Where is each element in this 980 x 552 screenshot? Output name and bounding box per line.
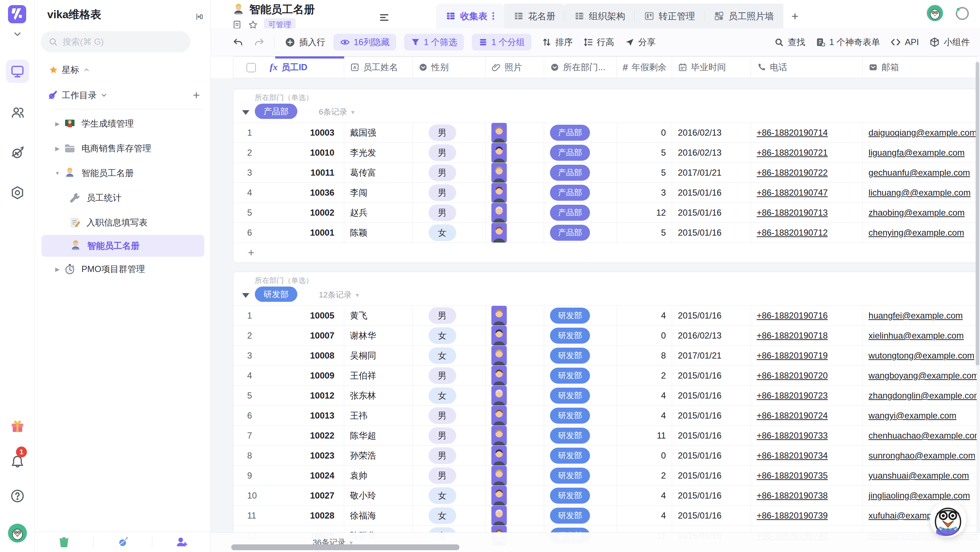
- group-collapse-icon[interactable]: [242, 293, 249, 298]
- workspace-switch-chevron-down-icon[interactable]: [12, 29, 22, 39]
- graduation-date-cell[interactable]: 2016/02/13: [678, 148, 722, 158]
- phone-link[interactable]: +86-18820190719: [757, 351, 828, 361]
- phone-link[interactable]: +86-18820190747: [757, 188, 828, 198]
- gender-pill[interactable]: 男: [429, 184, 456, 201]
- email-link[interactable]: xielinhua@example.com: [869, 330, 964, 341]
- horizontal-scrollbar[interactable]: [231, 544, 460, 550]
- annual-leave-cell[interactable]: 5: [661, 148, 666, 158]
- employee-photo[interactable]: [492, 466, 507, 485]
- phone-link[interactable]: +86-18820190713: [757, 207, 828, 218]
- annual-leave-cell[interactable]: 8: [661, 351, 666, 361]
- mascot-helper-button[interactable]: [929, 500, 967, 538]
- graduation-date-cell[interactable]: 2015/01/16: [678, 207, 722, 218]
- graduation-date-cell[interactable]: 2015/01/16: [678, 491, 722, 501]
- widget-button[interactable]: 小组件: [929, 37, 970, 48]
- employee-photo[interactable]: [492, 143, 507, 163]
- email-link[interactable]: wangboyang@example.com: [869, 370, 977, 381]
- employee-photo[interactable]: [492, 223, 507, 242]
- employee-photo[interactable]: [492, 203, 507, 223]
- column-header-name[interactable]: A 员工姓名: [344, 57, 412, 78]
- annual-leave-cell[interactable]: 4: [661, 391, 666, 401]
- department-pill[interactable]: 研发部: [550, 328, 590, 344]
- annual-leave-cell[interactable]: 11: [657, 431, 666, 441]
- gender-pill[interactable]: 女: [429, 327, 456, 344]
- employee-name-cell[interactable]: 赵兵: [350, 207, 368, 219]
- vika-logo[interactable]: [8, 5, 26, 23]
- gender-pill[interactable]: 男: [429, 144, 456, 161]
- starred-section[interactable]: 星标: [49, 64, 90, 76]
- employee-photo[interactable]: [492, 306, 507, 325]
- graduation-date-cell[interactable]: 2015/01/16: [678, 311, 722, 321]
- department-pill[interactable]: 产品部: [550, 185, 590, 201]
- gender-pill[interactable]: 女: [429, 487, 456, 504]
- email-link[interactable]: liguangfa@example.com: [869, 148, 965, 158]
- annual-leave-cell[interactable]: 12: [656, 207, 666, 218]
- email-link[interactable]: chenying@example.com: [869, 228, 964, 238]
- share-button[interactable]: 分享: [625, 37, 656, 48]
- annual-leave-cell[interactable]: 0: [661, 128, 666, 138]
- department-pill[interactable]: 产品部: [550, 165, 590, 181]
- user-avatar[interactable]: [8, 523, 27, 542]
- table-row[interactable]: 5 10002 赵兵 男 产品部 12 2015/01/16 +86-18820…: [233, 203, 977, 223]
- graduation-date-cell[interactable]: 2016/02/13: [678, 330, 722, 341]
- sidebar-item-student-grades[interactable]: ▶ 学生成绩管理: [35, 111, 211, 136]
- gender-pill[interactable]: 男: [429, 467, 456, 484]
- directory-section[interactable]: 工作目录 +: [47, 88, 200, 102]
- employee-name-cell[interactable]: 谢林华: [350, 330, 376, 341]
- employee-id-cell[interactable]: 10009: [310, 370, 334, 381]
- contacts-icon[interactable]: [6, 101, 29, 124]
- column-header-phone[interactable]: 电话: [751, 57, 863, 78]
- graduation-date-cell[interactable]: 2015/01/16: [678, 370, 722, 381]
- sync-status-icon[interactable]: [954, 6, 970, 22]
- phone-link[interactable]: +86-18820190714: [757, 128, 828, 138]
- annual-leave-cell[interactable]: 4: [661, 311, 666, 321]
- email-link[interactable]: gechuanfu@example.com: [869, 168, 970, 178]
- table-row[interactable]: 4 10036 李闯 男 产品部 3 2015/01/16 +86-188201…: [233, 183, 977, 203]
- department-pill[interactable]: 研发部: [550, 428, 590, 444]
- collapse-sidebar-icon[interactable]: [192, 10, 207, 24]
- sort-button[interactable]: 排序: [542, 37, 573, 48]
- table-row[interactable]: 1 10003 戴国强 男 产品部 0 2016/02/13 +86-18820…: [233, 123, 977, 143]
- email-link[interactable]: zhaobing@example.com: [869, 207, 965, 218]
- sidebar-item-onboarding-form[interactable]: 入职信息填写表: [35, 210, 211, 235]
- column-header-email[interactable]: 邮箱: [862, 57, 977, 78]
- employee-photo[interactable]: [492, 446, 507, 466]
- email-link[interactable]: wutongtong@example.com: [869, 351, 974, 361]
- gender-pill[interactable]: 女: [429, 507, 456, 524]
- collaborator-avatar[interactable]: [926, 4, 943, 22]
- tab-roster[interactable]: 花名册: [504, 4, 565, 29]
- gender-pill[interactable]: 男: [429, 447, 456, 464]
- add-view-button[interactable]: +: [783, 4, 807, 29]
- employee-name-cell[interactable]: 吴桐同: [350, 350, 376, 361]
- hex-nut-icon[interactable]: [6, 181, 29, 204]
- template-planet-icon[interactable]: [6, 141, 29, 164]
- group-header[interactable]: 所在部门（单选） 产品部 6条记录▼: [233, 89, 977, 123]
- email-link[interactable]: daiguoqiang@example.com: [869, 128, 977, 138]
- department-pill[interactable]: 研发部: [550, 388, 590, 404]
- annual-leave-cell[interactable]: 3: [661, 188, 666, 198]
- table-row[interactable]: 3 10011 葛传富 男 产品部 5 2017/01/21 +86-18820…: [233, 163, 977, 183]
- help-icon[interactable]: [6, 484, 29, 507]
- phone-link[interactable]: +86-18820190735: [757, 471, 828, 481]
- tab-collect-view[interactable]: 收集表: [436, 4, 504, 29]
- sidebar-item-ecommerce-inventory[interactable]: ▶ 电商销售库存管理: [35, 136, 211, 161]
- employee-name-cell[interactable]: 戴国强: [350, 127, 376, 139]
- gender-pill[interactable]: 女: [429, 224, 456, 241]
- annual-leave-cell[interactable]: 4: [661, 410, 666, 421]
- graduation-date-cell[interactable]: 2015/01/16: [678, 511, 722, 521]
- employee-id-cell[interactable]: 10013: [310, 410, 334, 421]
- department-pill[interactable]: 产品部: [550, 145, 590, 161]
- department-pill[interactable]: 研发部: [550, 488, 590, 504]
- employee-name-cell[interactable]: 袁帅: [350, 470, 368, 482]
- phone-link[interactable]: +86-18820190716: [757, 311, 828, 321]
- employee-photo[interactable]: [492, 486, 507, 506]
- sidebar-item-smart-roster-folder[interactable]: ▼ 智能员工名册: [35, 161, 211, 185]
- graduation-date-cell[interactable]: 2015/01/16: [678, 410, 722, 421]
- annual-leave-cell[interactable]: 4: [661, 511, 666, 521]
- table-row[interactable]: 4 10009 王伯祥 男 研发部 2 2015/01/16 +86-18820…: [233, 366, 977, 386]
- employee-name-cell[interactable]: 李闯: [350, 187, 368, 199]
- column-header-employee-id[interactable]: fx 员工ID: [233, 57, 344, 78]
- gender-pill[interactable]: 男: [429, 164, 456, 181]
- email-link[interactable]: jingliaoling@example.com: [869, 491, 970, 501]
- caret-right-icon[interactable]: ▶: [54, 120, 61, 127]
